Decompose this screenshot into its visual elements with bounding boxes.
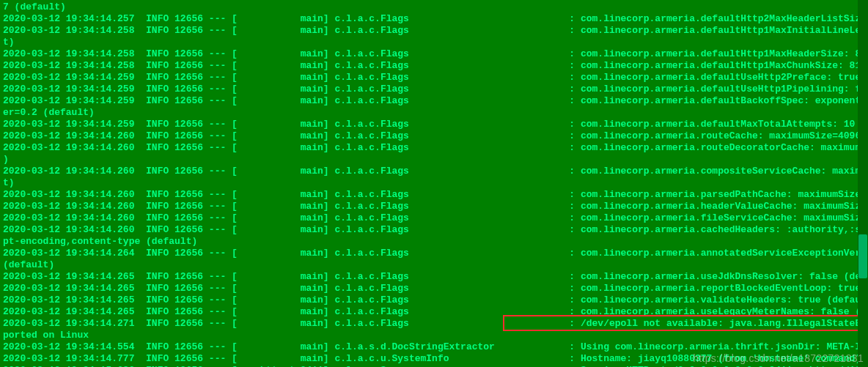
log-line[interactable]: ported on Linux	[3, 330, 865, 341]
log-line[interactable]: 2020-03-12 19:34:14.260 INFO 12656 --- […	[3, 142, 865, 154]
log-line[interactable]: )	[3, 154, 865, 166]
log-line[interactable]: 7 (default)	[3, 1, 865, 13]
log-line[interactable]: 2020-03-12 19:34:14.259 INFO 12656 --- […	[3, 95, 865, 107]
log-line[interactable]: 2020-03-12 19:34:14.260 INFO 12656 --- […	[3, 224, 865, 236]
log-line[interactable]: 2020-03-12 19:34:14.260 INFO 12656 --- […	[3, 189, 865, 201]
log-line[interactable]: pt-encoding,content-type (default)	[3, 236, 865, 248]
log-line[interactable]: 2020-03-12 19:34:14.265 INFO 12656 --- […	[3, 271, 865, 283]
log-line[interactable]: 2020-03-12 19:34:14.258 INFO 12656 --- […	[3, 48, 865, 60]
log-line[interactable]: 2020-03-12 19:34:14.265 INFO 12656 --- […	[3, 294, 865, 306]
scrollbar-track[interactable]	[858, 0, 868, 367]
log-line[interactable]: 2020-03-12 19:34:14.554 INFO 12656 --- […	[3, 341, 865, 353]
watermark: https://blog.csdn.net/a18722721831	[693, 352, 864, 364]
log-line[interactable]: t)	[3, 177, 865, 189]
log-line[interactable]: 2020-03-12 19:34:14.259 INFO 12656 --- […	[3, 84, 865, 95]
log-line[interactable]: 2020-03-12 19:34:14.265 INFO 12656 --- […	[3, 306, 865, 318]
log-line[interactable]: 2020-03-12 19:34:14.259 INFO 12656 --- […	[3, 119, 865, 130]
log-line[interactable]: (default)	[3, 259, 865, 271]
scrollbar-thumb[interactable]	[858, 234, 867, 278]
log-line[interactable]: 2020-03-12 19:34:14.260 INFO 12656 --- […	[3, 130, 865, 142]
log-line[interactable]: 2020-03-12 19:34:14.258 INFO 12656 --- […	[3, 25, 865, 37]
log-line[interactable]: 2020-03-12 19:34:14.260 INFO 12656 --- […	[3, 212, 865, 224]
log-line[interactable]: 2020-03-12 19:34:14.257 INFO 12656 --- […	[3, 13, 865, 25]
log-line[interactable]: 2020-03-12 19:34:14.259 INFO 12656 --- […	[3, 72, 865, 84]
log-line[interactable]: 2020-03-12 19:34:14.264 INFO 12656 --- […	[3, 248, 865, 259]
log-line[interactable]: 2020-03-12 19:34:14.271 INFO 12656 --- […	[3, 318, 865, 330]
terminal-output[interactable]: 7 (default)2020-03-12 19:34:14.257 INFO …	[0, 0, 868, 367]
log-line[interactable]: 2020-03-12 19:34:14.265 INFO 12656 --- […	[3, 283, 865, 294]
log-line[interactable]: 2020-03-12 19:34:14.258 INFO 12656 --- […	[3, 60, 865, 72]
log-line[interactable]: er=0.2 (default)	[3, 107, 865, 119]
log-line[interactable]: 2020-03-12 19:34:14.260 INFO 12656 --- […	[3, 166, 865, 177]
log-line[interactable]: t)	[3, 37, 865, 48]
log-line[interactable]: 2020-03-12 19:34:14.260 INFO 12656 --- […	[3, 201, 865, 212]
